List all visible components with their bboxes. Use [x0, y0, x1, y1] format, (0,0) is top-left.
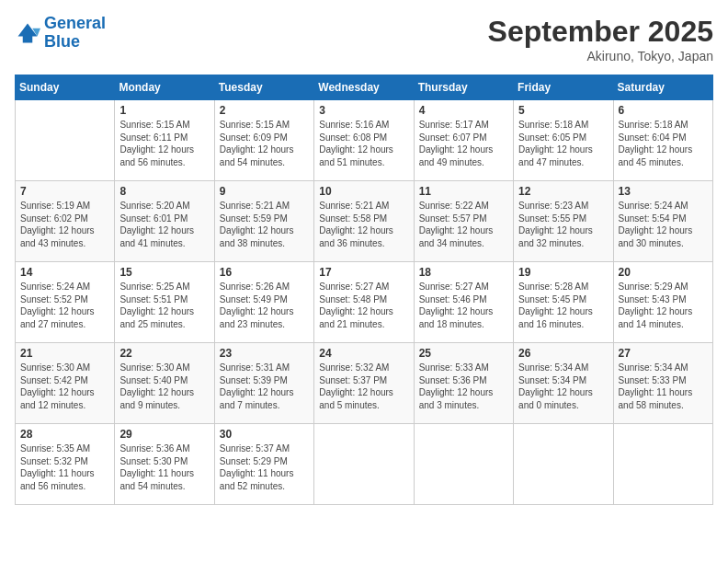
- day-number: 5: [518, 104, 608, 117]
- location: Akiruno, Tokyo, Japan: [488, 49, 713, 63]
- day-header-monday: Monday: [115, 75, 214, 100]
- day-info: Sunrise: 5:25 AM Sunset: 5:51 PM Dayligh…: [119, 281, 209, 330]
- calendar-cell: [314, 424, 414, 505]
- day-number: 10: [319, 185, 408, 198]
- calendar-cell: [613, 424, 712, 505]
- day-number: 13: [619, 185, 708, 198]
- day-info: Sunrise: 5:18 AM Sunset: 6:05 PM Dayligh…: [518, 119, 608, 168]
- day-info: Sunrise: 5:36 AM Sunset: 5:30 PM Dayligh…: [119, 442, 209, 492]
- calendar-cell: 12Sunrise: 5:23 AM Sunset: 5:55 PM Dayli…: [514, 181, 613, 262]
- logo: General Blue: [15, 15, 106, 52]
- calendar-cell: 15Sunrise: 5:25 AM Sunset: 5:51 PM Dayli…: [115, 262, 214, 343]
- day-number: 19: [518, 266, 608, 279]
- week-row-1: 1Sunrise: 5:15 AM Sunset: 6:11 PM Daylig…: [16, 100, 713, 181]
- day-number: 15: [119, 266, 209, 279]
- calendar-cell: 23Sunrise: 5:31 AM Sunset: 5:39 PM Dayli…: [214, 343, 313, 424]
- day-number: 1: [119, 104, 209, 117]
- day-number: 23: [220, 347, 309, 360]
- day-number: 30: [220, 428, 309, 441]
- day-info: Sunrise: 5:28 AM Sunset: 5:45 PM Dayligh…: [518, 281, 608, 330]
- day-number: 2: [220, 104, 309, 117]
- day-info: Sunrise: 5:32 AM Sunset: 5:37 PM Dayligh…: [319, 362, 408, 411]
- calendar-cell: 6Sunrise: 5:18 AM Sunset: 6:04 PM Daylig…: [613, 100, 712, 181]
- calendar-cell: 2Sunrise: 5:15 AM Sunset: 6:09 PM Daylig…: [214, 100, 313, 181]
- calendar-cell: 26Sunrise: 5:34 AM Sunset: 5:34 PM Dayli…: [514, 343, 613, 424]
- day-number: 6: [619, 104, 708, 117]
- day-info: Sunrise: 5:34 AM Sunset: 5:34 PM Dayligh…: [518, 362, 608, 411]
- day-number: 22: [119, 347, 209, 360]
- logo-icon: [15, 20, 40, 46]
- calendar-cell: 24Sunrise: 5:32 AM Sunset: 5:37 PM Dayli…: [314, 343, 414, 424]
- day-number: 4: [419, 104, 508, 117]
- day-number: 11: [419, 185, 508, 198]
- day-info: Sunrise: 5:23 AM Sunset: 5:55 PM Dayligh…: [518, 200, 608, 249]
- calendar-cell: 5Sunrise: 5:18 AM Sunset: 6:05 PM Daylig…: [514, 100, 613, 181]
- day-info: Sunrise: 5:34 AM Sunset: 5:33 PM Dayligh…: [619, 362, 708, 411]
- title-block: September 2025 Akiruno, Tokyo, Japan: [488, 15, 713, 63]
- day-header-tuesday: Tuesday: [214, 75, 313, 100]
- day-number: 8: [119, 185, 209, 198]
- calendar-cell: 28Sunrise: 5:35 AM Sunset: 5:32 PM Dayli…: [16, 424, 115, 505]
- day-number: 9: [220, 185, 309, 198]
- svg-marker-0: [18, 23, 38, 42]
- day-info: Sunrise: 5:37 AM Sunset: 5:29 PM Dayligh…: [220, 442, 309, 492]
- calendar-cell: 22Sunrise: 5:30 AM Sunset: 5:40 PM Dayli…: [115, 343, 214, 424]
- calendar-cell: 8Sunrise: 5:20 AM Sunset: 6:01 PM Daylig…: [115, 181, 214, 262]
- month-title: September 2025: [488, 15, 713, 49]
- calendar-cell: 11Sunrise: 5:22 AM Sunset: 5:57 PM Dayli…: [414, 181, 513, 262]
- calendar-cell: 17Sunrise: 5:27 AM Sunset: 5:48 PM Dayli…: [314, 262, 414, 343]
- day-header-wednesday: Wednesday: [314, 75, 414, 100]
- day-info: Sunrise: 5:35 AM Sunset: 5:32 PM Dayligh…: [20, 442, 109, 492]
- calendar-cell: 9Sunrise: 5:21 AM Sunset: 5:59 PM Daylig…: [214, 181, 313, 262]
- calendar-cell: [414, 424, 513, 505]
- day-number: 17: [319, 266, 408, 279]
- day-info: Sunrise: 5:31 AM Sunset: 5:39 PM Dayligh…: [220, 362, 309, 411]
- calendar-cell: 14Sunrise: 5:24 AM Sunset: 5:52 PM Dayli…: [16, 262, 115, 343]
- day-number: 20: [619, 266, 708, 279]
- day-info: Sunrise: 5:21 AM Sunset: 5:58 PM Dayligh…: [319, 200, 408, 249]
- week-row-4: 21Sunrise: 5:30 AM Sunset: 5:42 PM Dayli…: [16, 343, 713, 424]
- day-info: Sunrise: 5:29 AM Sunset: 5:43 PM Dayligh…: [619, 281, 708, 330]
- day-info: Sunrise: 5:26 AM Sunset: 5:49 PM Dayligh…: [220, 281, 309, 330]
- day-number: 27: [619, 347, 708, 360]
- day-number: 14: [20, 266, 109, 279]
- calendar-cell: 1Sunrise: 5:15 AM Sunset: 6:11 PM Daylig…: [115, 100, 214, 181]
- day-header-sunday: Sunday: [16, 75, 115, 100]
- calendar-cell: 10Sunrise: 5:21 AM Sunset: 5:58 PM Dayli…: [314, 181, 414, 262]
- day-number: 7: [20, 185, 109, 198]
- day-header-saturday: Saturday: [613, 75, 712, 100]
- header-row: SundayMondayTuesdayWednesdayThursdayFrid…: [16, 75, 713, 100]
- day-number: 24: [319, 347, 408, 360]
- day-number: 16: [220, 266, 309, 279]
- day-info: Sunrise: 5:33 AM Sunset: 5:36 PM Dayligh…: [419, 362, 508, 411]
- week-row-2: 7Sunrise: 5:19 AM Sunset: 6:02 PM Daylig…: [16, 181, 713, 262]
- day-info: Sunrise: 5:21 AM Sunset: 5:59 PM Dayligh…: [220, 200, 309, 249]
- day-number: 26: [518, 347, 608, 360]
- day-info: Sunrise: 5:15 AM Sunset: 6:11 PM Dayligh…: [119, 119, 209, 168]
- day-info: Sunrise: 5:19 AM Sunset: 6:02 PM Dayligh…: [20, 200, 109, 249]
- calendar-cell: 13Sunrise: 5:24 AM Sunset: 5:54 PM Dayli…: [613, 181, 712, 262]
- calendar-cell: 21Sunrise: 5:30 AM Sunset: 5:42 PM Dayli…: [16, 343, 115, 424]
- calendar-cell: 7Sunrise: 5:19 AM Sunset: 6:02 PM Daylig…: [16, 181, 115, 262]
- day-info: Sunrise: 5:22 AM Sunset: 5:57 PM Dayligh…: [419, 200, 508, 249]
- day-info: Sunrise: 5:18 AM Sunset: 6:04 PM Dayligh…: [619, 119, 708, 168]
- day-number: 18: [419, 266, 508, 279]
- day-info: Sunrise: 5:20 AM Sunset: 6:01 PM Dayligh…: [119, 200, 209, 249]
- calendar-cell: 29Sunrise: 5:36 AM Sunset: 5:30 PM Dayli…: [115, 424, 214, 505]
- day-info: Sunrise: 5:30 AM Sunset: 5:42 PM Dayligh…: [20, 362, 109, 411]
- day-info: Sunrise: 5:15 AM Sunset: 6:09 PM Dayligh…: [220, 119, 309, 168]
- calendar-cell: 3Sunrise: 5:16 AM Sunset: 6:08 PM Daylig…: [314, 100, 414, 181]
- calendar-table: SundayMondayTuesdayWednesdayThursdayFrid…: [15, 75, 713, 505]
- day-info: Sunrise: 5:16 AM Sunset: 6:08 PM Dayligh…: [319, 119, 408, 168]
- day-header-friday: Friday: [514, 75, 613, 100]
- calendar-cell: 25Sunrise: 5:33 AM Sunset: 5:36 PM Dayli…: [414, 343, 513, 424]
- page-header: General Blue September 2025 Akiruno, Tok…: [15, 15, 713, 63]
- calendar-cell: [16, 100, 115, 181]
- day-number: 29: [119, 428, 209, 441]
- day-info: Sunrise: 5:24 AM Sunset: 5:52 PM Dayligh…: [20, 281, 109, 330]
- day-info: Sunrise: 5:30 AM Sunset: 5:40 PM Dayligh…: [119, 362, 209, 411]
- day-info: Sunrise: 5:27 AM Sunset: 5:48 PM Dayligh…: [319, 281, 408, 330]
- day-number: 3: [319, 104, 408, 117]
- day-number: 21: [20, 347, 109, 360]
- week-row-3: 14Sunrise: 5:24 AM Sunset: 5:52 PM Dayli…: [16, 262, 713, 343]
